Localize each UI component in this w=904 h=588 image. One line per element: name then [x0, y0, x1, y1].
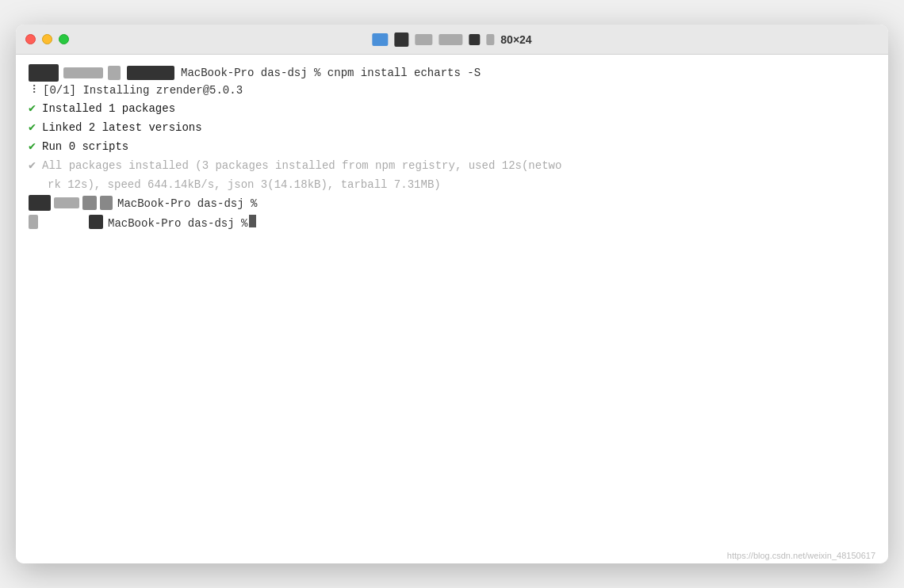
minimize-button[interactable]: [42, 34, 52, 44]
terminal-line-6: ✔ All packages installed (3 packages ins…: [29, 157, 875, 176]
terminal-line-7: rk 12s), speed 644.14kB/s, json 3(14.18k…: [48, 176, 875, 193]
sep-block: [486, 34, 494, 45]
loading-icon: ⠸: [29, 82, 36, 99]
terminal-faded-1: All packages installed (3 packages insta…: [42, 157, 561, 174]
terminal-body: MacBook-Pro das-dsj % cnpm install echar…: [16, 55, 888, 548]
traffic-lights: [25, 34, 69, 44]
terminal-prompt-3: MacBook-Pro das-dsj %: [108, 215, 247, 232]
check-icon-3: ✔: [29, 138, 36, 157]
terminal-prompt-2: MacBook-Pro das-dsj %: [117, 195, 257, 212]
tab-icon: [394, 32, 408, 47]
window-size: 80×24: [500, 33, 531, 46]
icon-block5: [89, 215, 103, 229]
check-icon-2: ✔: [29, 119, 36, 138]
path-block-2: [54, 197, 79, 208]
folder-icon: [372, 33, 388, 46]
user-block: [29, 64, 59, 82]
check-icon-1: ✔: [29, 100, 36, 119]
terminal-cursor: [249, 215, 256, 227]
terminal-line-5: ✔ Run 0 scripts: [29, 138, 875, 157]
icon-block: [469, 34, 480, 45]
watermark-url: https://blog.csdn.net/weixin_48150617: [727, 551, 875, 560]
terminal-loading-text: [0/1] Installing zrender@5.0.3: [43, 82, 243, 99]
title-bar-center: 80×24: [372, 32, 531, 47]
terminal-line-3: ✔ Installed 1 packages: [29, 100, 875, 119]
user-block2: [127, 66, 174, 80]
check-icon-faded: ✔: [29, 157, 36, 176]
small-block: [29, 215, 38, 229]
terminal-success-3: Run 0 scripts: [42, 138, 128, 155]
close-button[interactable]: [25, 34, 36, 44]
terminal-line-1: MacBook-Pro das-dsj % cnpm install echar…: [29, 64, 875, 82]
terminal-line-9: MacBook-Pro das-dsj %: [29, 215, 875, 232]
terminal-faded-2: rk 12s), speed 644.14kB/s, json 3(14.18k…: [48, 176, 441, 193]
user-block-3: [29, 195, 51, 211]
icon-block4: [100, 196, 113, 210]
icon-block2: [108, 66, 121, 80]
terminal-success-2: Linked 2 latest versions: [42, 119, 202, 136]
bottom-bar: https://blog.csdn.net/weixin_48150617: [16, 548, 888, 563]
terminal-line-2: ⠸ [0/1] Installing zrender@5.0.3: [29, 82, 875, 99]
title-bar: 80×24: [16, 25, 888, 55]
terminal-window: 80×24 MacBook-Pro das-dsj % cnpm install…: [16, 25, 888, 563]
terminal-success-1: Installed 1 packages: [42, 100, 175, 117]
divider-block: [415, 34, 432, 45]
path-block: [63, 67, 103, 78]
divider-block2: [439, 34, 462, 45]
terminal-line-8: MacBook-Pro das-dsj %: [29, 195, 875, 212]
terminal-prompt-text: MacBook-Pro das-dsj % cnpm install echar…: [181, 64, 481, 82]
maximize-button[interactable]: [59, 34, 69, 44]
icon-block3: [82, 196, 97, 210]
terminal-line-4: ✔ Linked 2 latest versions: [29, 119, 875, 138]
